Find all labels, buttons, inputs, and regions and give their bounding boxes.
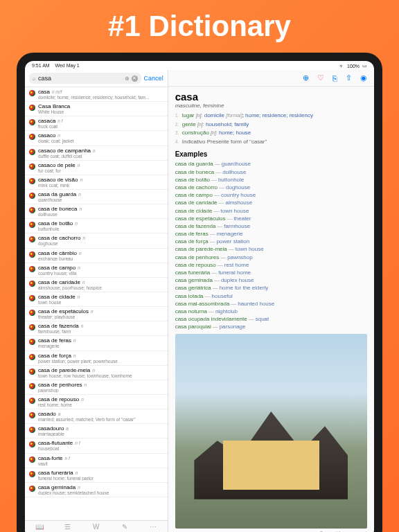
list-item[interactable]: casaco de pelenfur coat; fur <box>25 161 168 175</box>
verb-icon: W <box>93 523 99 531</box>
list-item[interactable]: casa-flutuanten fhouseboat <box>25 438 168 453</box>
flag-icon <box>29 281 35 287</box>
list-item[interactable]: casadoamarried; assorted; matched; Verb … <box>25 409 168 424</box>
list-item[interactable]: casa de penhoresnpawnshop <box>25 380 168 395</box>
list-item[interactable]: casa de caridadenalmshouse; poorhouse; h… <box>25 278 168 292</box>
item-text: casa de cachorrondoghouse <box>38 235 163 246</box>
status-bar: 9:51 AM Wed May 1 ᯤ 100% ▭ <box>25 61 374 70</box>
headword: casa de boneca <box>38 206 78 212</box>
headword: casa da guarda <box>38 191 76 197</box>
part-of-speech: n <box>78 192 81 197</box>
part-of-speech: n <box>78 265 80 270</box>
headword: casa de espetáculos <box>38 308 89 314</box>
item-text: casa de botãonbuttonhole <box>38 220 163 231</box>
item-text: casa geminadanduplex house; semidetached… <box>38 484 163 495</box>
item-text: casa de bonecandollhouse <box>38 206 163 217</box>
search-box[interactable]: ⌕ ⊕ ✕ <box>29 73 141 84</box>
list-item[interactable]: casa de fazendanfarmhouse; farm <box>25 321 168 336</box>
definition: rest home; home <box>38 402 163 407</box>
part-of-speech: n <box>80 206 82 211</box>
list-item[interactable]: casa de parede-meiantown house; row hous… <box>25 366 168 380</box>
list-item[interactable]: casacan ffrock coat <box>25 116 168 131</box>
example: casa de força—power station <box>175 238 367 245</box>
definition: theater; playhouse <box>38 314 163 319</box>
list-item[interactable]: casa de cidadentown house <box>25 292 168 307</box>
examples-list: casa da guarda—guardhousecasa de boneca—… <box>175 160 367 330</box>
part-of-speech: n <box>81 323 84 328</box>
definition: marriageable <box>38 432 163 436</box>
search-row: ⌕ ⊕ ✕ Cancel <box>25 70 168 87</box>
list-item[interactable]: casadouroamarriageable <box>25 424 168 438</box>
list-item[interactable]: casa da guardanguardhouse <box>25 190 168 204</box>
promo-title: #1 Dictionary <box>0 0 399 50</box>
definition: married; assorted; matched; Verb form of… <box>38 417 163 422</box>
list-icon: ☰ <box>64 523 71 531</box>
search-icon: ⌕ <box>33 76 36 82</box>
part-of-speech: n <box>76 470 78 475</box>
headword: casa de cachorro <box>38 235 80 241</box>
list-item[interactable]: casaco de campanhanduffle coat; duffel c… <box>25 146 168 161</box>
detail-headword: casa <box>175 91 367 103</box>
globe-icon[interactable]: ⊕ <box>125 76 130 82</box>
headword: casado <box>38 411 56 417</box>
definition: menagerie <box>38 344 163 348</box>
favorite-icon[interactable]: ♡ <box>317 73 324 82</box>
app-body: ⌕ ⊕ ✕ Cancel casan m/fdomicile; home; re… <box>25 70 374 532</box>
clear-icon[interactable]: ✕ <box>132 76 138 82</box>
results-list[interactable]: casan m/fdomicile; home; residence; resi… <box>25 87 168 520</box>
flag-icon <box>29 412 35 418</box>
example: casa de caridade—almshouse <box>175 199 367 206</box>
item-text: casa de repousonrest home; home <box>38 396 163 407</box>
list-item[interactable]: casa de forçanpower station; power plant… <box>25 351 168 366</box>
example: casa ocupada indevidamente—squat <box>175 315 367 323</box>
list-item[interactable]: casa de câmbionexchange bureau <box>25 249 168 263</box>
flag-icon <box>29 486 35 492</box>
example: casa de feras—menagerie <box>175 230 367 238</box>
tab-phrases[interactable]: ☰Phrases <box>53 521 82 532</box>
item-text: Casa BrancaWhite House <box>38 103 163 114</box>
tab-quiz[interactable]: ✎Quiz <box>110 521 139 532</box>
definition: power station; power plant; powerhouse <box>38 359 163 364</box>
example: casa de botão—buttonhole <box>175 176 367 184</box>
list-item[interactable]: casa de repousonrest home; home <box>25 395 168 409</box>
search-input[interactable] <box>38 75 123 82</box>
list-item[interactable]: casa funerárianfuneral home; funeral par… <box>25 468 168 483</box>
list-item[interactable]: casan m/fdomicile; home; residence; resi… <box>25 87 168 102</box>
tab-verbs[interactable]: WVerbs <box>82 521 110 532</box>
cancel-button[interactable]: Cancel <box>144 75 163 82</box>
part-of-speech: n <box>93 148 96 153</box>
tab-dictionary[interactable]: 📖Dictionary <box>25 521 53 532</box>
flag-icon <box>29 383 35 389</box>
flag-icon <box>29 119 35 125</box>
list-item[interactable]: casa de botãonbuttonhole <box>25 219 168 233</box>
share-icon[interactable]: ⇧ <box>346 73 352 82</box>
list-item[interactable]: casa de bonecandollhouse <box>25 204 168 219</box>
list-item[interactable]: casa de ferasnmenagerie <box>25 336 168 351</box>
part-of-speech: n <box>78 294 80 299</box>
list-item[interactable]: casaconcloak; coat; jacket <box>25 131 168 145</box>
headword: casa de feras <box>38 337 71 344</box>
headword: casa de repouso <box>38 396 79 402</box>
item-text: casa de câmbionexchange bureau <box>38 250 163 261</box>
item-text: casa de caridadenalmshouse; poorhouse; h… <box>38 279 163 290</box>
part-of-speech: n <box>92 368 95 373</box>
list-item[interactable]: casa geminadanduplex house; semidetached… <box>25 483 168 497</box>
audio-icon[interactable]: ◉ <box>360 73 367 82</box>
status-time: 9:51 AM <box>32 63 50 68</box>
list-item[interactable]: casa de espetáculosntheater; playhouse <box>25 307 168 321</box>
attach-icon[interactable]: ⎘ <box>332 74 337 82</box>
list-item[interactable]: casa de camponcountry house; villa <box>25 263 168 278</box>
suggest-improvement[interactable]: Suggest Improvement <box>168 529 374 532</box>
definition: frock coat <box>38 124 163 129</box>
list-item[interactable]: casa-forten fvault <box>25 454 168 468</box>
list-item[interactable]: casaco de visãonmink coat; mink <box>25 175 168 190</box>
list-item[interactable]: Casa BrancaWhite House <box>25 102 168 116</box>
example: casa lotada—houseful <box>175 292 367 300</box>
language-icon[interactable]: ⊕ <box>303 73 309 82</box>
definition: dollhouse <box>38 212 163 217</box>
list-item[interactable]: casa de cachorrondoghouse <box>25 233 168 248</box>
status-left: 9:51 AM Wed May 1 <box>32 63 80 69</box>
detail-panel: ⊕ ♡ ⎘ ⇧ ◉ casa masculine, feminine 1. lu… <box>168 70 374 532</box>
tab-more[interactable]: ⋯More <box>139 521 168 532</box>
part-of-speech: n f <box>65 456 70 461</box>
